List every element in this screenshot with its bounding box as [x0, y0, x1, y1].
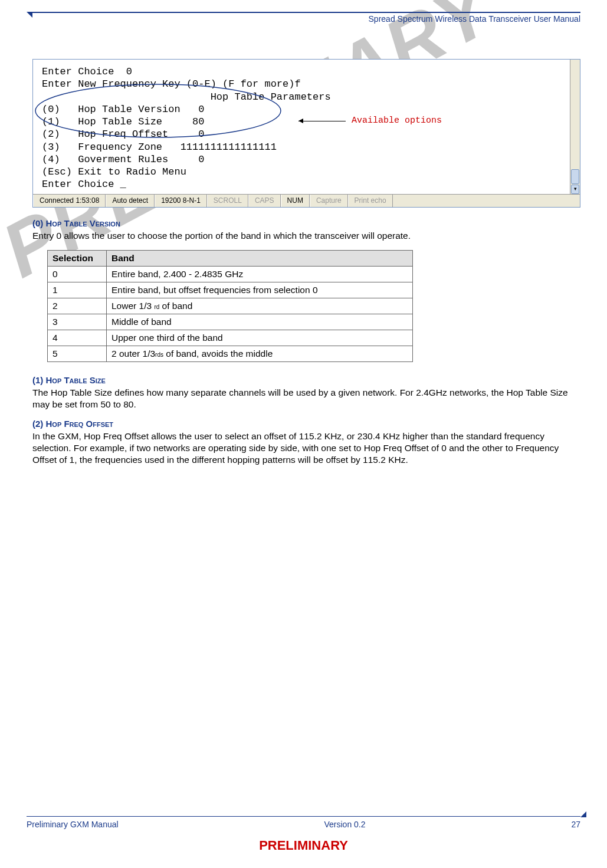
footer: Preliminary GXM Manual Version 0.2 27 PR…: [27, 816, 580, 853]
terminal-line: (0) Hop Table Version 0: [42, 103, 580, 116]
header-title: Spread Spectrum Wireless Data Transceive…: [32, 14, 580, 24]
corner-decoration: [27, 12, 32, 18]
section-body-2: In the GXM, Hop Freq Offset allows the u…: [32, 430, 580, 466]
table-row: 1Entire band, but offset frequencies fro…: [48, 282, 413, 298]
section-heading-0: (0) Hop Table Version: [32, 218, 580, 228]
status-capture: Capture: [310, 195, 348, 207]
scrollbar[interactable]: ▾: [570, 60, 580, 194]
footer-right: 27: [571, 820, 580, 829]
status-printecho: Print echo: [348, 195, 393, 207]
terminal-line: (4) Goverment Rules 0: [42, 153, 580, 166]
annotation-arrow: [298, 121, 346, 121]
table-row: 2Lower 1/3 rd of band: [48, 298, 413, 314]
table-row: 3Middle of band: [48, 314, 413, 330]
terminal-line: Enter Choice _: [42, 178, 580, 190]
table-row: 4Upper one third of the band: [48, 330, 413, 346]
footer-left: Preliminary GXM Manual: [27, 820, 119, 829]
table-header-selection: Selection: [48, 250, 107, 266]
table-row: 0Entire band, 2.400 - 2.4835 GHz: [48, 266, 413, 282]
terminal-line: Enter Choice 0: [42, 65, 580, 78]
annotation-label: Available options: [352, 116, 442, 127]
section-heading-2: (2) Hop Freq Offset: [32, 419, 580, 429]
footer-rule: [27, 816, 580, 817]
terminal-line: (2) Hop Freq Offset 0: [42, 128, 580, 140]
status-scroll: SCROLL: [207, 195, 248, 207]
section-heading-1: (1) Hop Table Size: [32, 375, 580, 385]
status-connected: Connected 1:53:08: [33, 195, 106, 207]
footer-corner-decoration: [580, 811, 586, 817]
footer-preliminary: PRELIMINARY: [27, 838, 580, 853]
table-row: 52 outer 1/3rds of band, avoids the midd…: [48, 346, 413, 361]
table-header-band: Band: [107, 250, 413, 266]
status-caps: CAPS: [248, 195, 281, 207]
terminal-line: Enter New Frequency Key (0-E) (F for mor…: [42, 78, 580, 90]
selection-table: Selection Band 0Entire band, 2.400 - 2.4…: [47, 250, 413, 362]
scrollbar-thumb[interactable]: [571, 169, 579, 184]
footer-center: Version 0.2: [324, 820, 365, 829]
section-body-1: The Hop Table Size defines how many sepa…: [32, 387, 580, 410]
terminal-line: (Esc) Exit to Radio Menu: [42, 166, 580, 178]
status-num: NUM: [281, 195, 310, 207]
header-rule: [28, 12, 580, 13]
terminal-line: Hop Table Parameters: [42, 91, 580, 103]
terminal-screenshot: Enter Choice 0 Enter New Frequency Key (…: [32, 59, 580, 208]
scrollbar-down-button[interactable]: ▾: [571, 185, 579, 194]
terminal-line: (3) Frequency Zone 1111111111111111: [42, 141, 580, 153]
section-body-0: Entry 0 allows the user to choose the po…: [32, 230, 580, 242]
status-baud: 19200 8-N-1: [155, 195, 207, 207]
status-bar: Connected 1:53:08 Auto detect 19200 8-N-…: [33, 194, 580, 207]
status-autodetect: Auto detect: [106, 195, 155, 207]
